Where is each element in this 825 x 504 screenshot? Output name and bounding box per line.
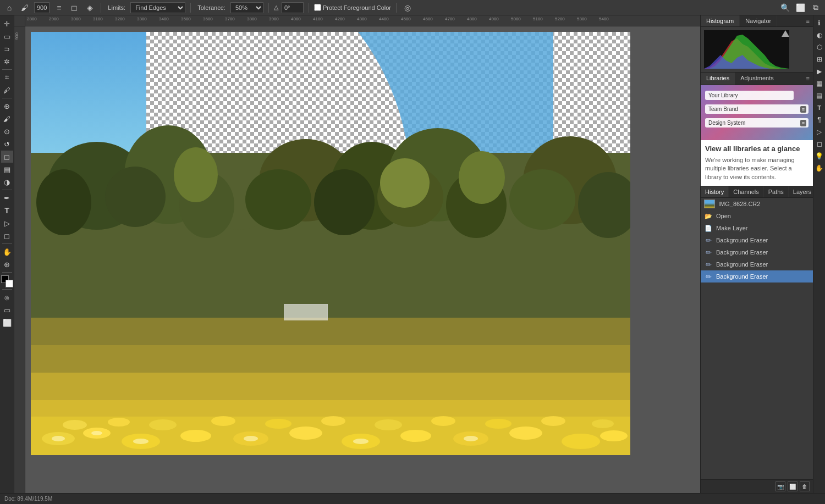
ruler-corner [14,15,25,26]
svg-point-55 [244,436,258,441]
brush-tool-icon[interactable]: 🖌 [19,2,31,14]
history-item-open[interactable]: 📂 Open [701,210,813,222]
is-swatches-btn[interactable]: ▦ [814,78,825,89]
tool-history-brush[interactable]: ↺ [1,138,13,150]
is-lighting-btn[interactable]: 💡 [814,151,825,162]
tool-select-rect[interactable]: ▭ [1,30,13,42]
home-icon[interactable]: ⌂ [3,2,15,14]
tab-layers[interactable]: Layers [789,186,816,197]
tool-move[interactable]: ✛ [1,18,13,30]
is-paragraph-btn[interactable]: ¶ [814,114,825,125]
tool-magic-wand[interactable]: ✲ [1,56,13,68]
is-info-btn[interactable]: ℹ [814,18,825,29]
history-item-bg-eraser-1[interactable]: ✏ Background Eraser [701,234,813,246]
arrange-icon[interactable]: ⧉ [810,2,822,14]
history-item-make-layer[interactable]: 📄 Make Layer [701,222,813,234]
tool-pen[interactable]: ✒ [1,192,13,204]
artboard-btn[interactable]: ⬜ [1,317,13,329]
angle-input[interactable] [282,2,304,13]
photo-canvas [31,32,630,455]
tool-zoom[interactable]: ⊕ [1,258,13,270]
is-gradients-btn[interactable]: ▤ [814,90,825,101]
tab-histogram[interactable]: Histogram [701,15,740,26]
is-shapes-btn[interactable]: ◻ [814,139,825,149]
tab-channels[interactable]: Channels [729,186,763,197]
is-timeline-btn[interactable]: ▶ [814,66,825,77]
is-actions-btn[interactable]: ▷ [814,126,825,137]
tool-eraser[interactable]: ◻ [1,151,13,163]
history-icon-eraser-1: ✏ [704,236,713,245]
tool-crop[interactable]: ⌗ [1,71,13,84]
promo-title: View all libraries at a glance [705,145,809,153]
angle-icon: △ [274,4,278,11]
svg-point-42 [108,418,130,427]
tab-history[interactable]: History [701,186,729,197]
brush-mode-icon[interactable]: ◻ [68,2,80,14]
brush-mode2-icon[interactable]: ◈ [84,2,96,14]
tool-text[interactable]: T [1,204,13,217]
svg-point-54 [133,439,148,444]
screen-mode-btn[interactable]: ▭ [1,304,13,316]
ruler-tick: 3100 [92,15,103,21]
brush-options-icon[interactable]: ≡ [53,2,65,14]
canvas-area[interactable]: 2800 2900 3000 3100 3200 3300 3400 3500 … [14,15,700,493]
tool-lasso[interactable]: ⊃ [1,43,13,55]
tool-hand[interactable]: ✋ [1,246,13,258]
toolbar: ⌂ 🖌 900 ≡ ◻ ◈ Limits: Find Edges Contigu… [0,0,825,15]
tool-eyedropper[interactable]: 🖋 [1,84,13,96]
ruler-tick: 3000 [70,15,81,21]
canvas-content[interactable] [25,26,700,493]
calibrate-icon[interactable]: ◎ [402,2,414,14]
svg-point-13 [105,167,166,227]
history-snapshot-btn[interactable]: 📷 [776,481,785,491]
tab-libraries[interactable]: Libraries [701,73,735,85]
history-tabs-row: History Channels Paths Layers [701,186,813,198]
is-color-btn[interactable]: ◐ [814,30,825,41]
histogram-menu-btn[interactable]: ≡ [803,15,813,26]
tool-gradient[interactable]: ▤ [1,163,13,175]
quick-mask-btn[interactable]: ◎ [1,291,13,303]
protect-fg-label[interactable]: Protect Foreground Color [314,4,391,11]
history-icon-make-layer: 📄 [704,224,713,232]
field-svg [31,318,630,455]
design-system-btn[interactable]: ≡ [800,120,806,126]
ruler-tick: 3600 [202,15,213,21]
tab-adjustments[interactable]: Adjustments [735,73,779,85]
search-icon[interactable]: 🔍 [779,2,791,14]
libraries-menu-btn[interactable]: ≡ [803,73,813,85]
is-hand-btn[interactable]: ✋ [814,163,825,174]
ruler-tick: 3400 [158,15,169,21]
lt-sep1 [2,69,12,70]
tool-blur[interactable]: ◑ [1,176,13,188]
team-brand-btn[interactable]: ≡ [800,106,806,113]
tool-path-select[interactable]: ▷ [1,217,13,229]
ruler-tick: 4700 [444,15,455,21]
tool-brush[interactable]: 🖌 [1,113,13,125]
limits-dropdown[interactable]: Find Edges Contiguous Discontiguous [130,2,185,13]
color-picker[interactable] [1,275,13,287]
tolerance-dropdown[interactable]: 50% 25% 75% 100% [230,2,263,13]
ruler-tick: 3200 [114,15,125,21]
history-item-bg-eraser-4[interactable]: ✏ Background Eraser [701,270,813,283]
left-tools-panel: ✛ ▭ ⊃ ✲ ⌗ 🖋 ⊕ 🖌 ⊙ ↺ ◻ ▤ ◑ ✒ T ▷ ◻ ✋ ⊕ ◎ … [0,15,14,493]
protect-fg-checkbox[interactable] [314,4,321,11]
background-color[interactable] [6,280,13,287]
history-item-bg-eraser-2[interactable]: ✏ Background Eraser [701,246,813,258]
protect-fg-text: Protect Foreground Color [323,4,391,11]
tool-shape[interactable]: ◻ [1,230,13,242]
history-delete-btn[interactable]: 🗑 [800,481,810,491]
history-label-eraser-2: Background Eraser [716,249,768,256]
history-item-file[interactable]: IMG_8628.CR2 [701,198,813,210]
is-grid-btn[interactable]: ⊞ [814,54,825,65]
tool-clone[interactable]: ⊙ [1,125,13,137]
tool-heal[interactable]: ⊕ [1,100,13,112]
tab-navigator[interactable]: Navigator [740,15,777,26]
svg-point-44 [211,416,235,426]
workspace-icon[interactable]: ⬜ [794,2,806,14]
history-item-bg-eraser-3[interactable]: ✏ Background Eraser [701,258,813,270]
is-character-btn[interactable]: T [814,102,825,113]
tab-paths[interactable]: Paths [764,186,789,197]
history-new-doc-btn[interactable]: ⬜ [788,481,798,491]
promo-text: We're working to make managing multiple … [705,156,809,181]
is-3d-btn[interactable]: ⬡ [814,42,825,53]
